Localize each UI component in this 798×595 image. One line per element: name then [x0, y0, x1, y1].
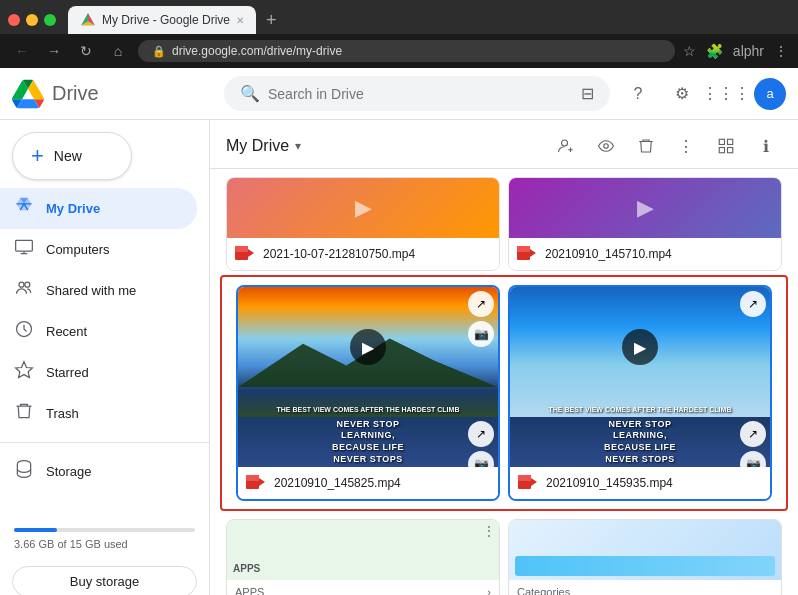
apps-button[interactable]: ⋮⋮⋮	[710, 78, 742, 110]
file-name-selected-2: 20210910_145935.mp4	[546, 476, 762, 490]
file-card-selected-2[interactable]: THE BEST VIEW COMES AFTER THE HARDEST CL…	[508, 285, 772, 501]
drive-logo: Drive	[12, 78, 212, 110]
camera-button-1b[interactable]: 📷	[468, 451, 494, 467]
new-tab-button[interactable]: +	[260, 10, 283, 31]
share-button-1b[interactable]: ↗	[468, 421, 494, 447]
storage-section: 3.66 GB of 15 GB used	[0, 514, 209, 558]
apps-label: APPS	[233, 563, 260, 574]
trash-icon	[14, 401, 34, 426]
shared-icon	[14, 278, 34, 303]
header-actions: ⋮ ℹ	[550, 130, 782, 162]
url-bar[interactable]: 🔒 drive.google.com/drive/my-drive	[138, 40, 675, 62]
file-info-selected-1: 20210910_145825.mp4	[238, 467, 498, 499]
extensions-icon[interactable]: 🧩	[706, 43, 723, 59]
progress-bar-visual	[515, 556, 775, 576]
svg-rect-11	[719, 139, 724, 144]
url-text: drive.google.com/drive/my-drive	[172, 44, 342, 58]
file-card-top-1[interactable]: ▶ 2021-10-07-212810750.mp4	[226, 177, 500, 271]
search-bar[interactable]: 🔍 ⊟	[224, 76, 610, 111]
sidebar-label-recent: Recent	[46, 324, 87, 339]
sidebar-label-shared: Shared with me	[46, 283, 136, 298]
file-card-bottom-1[interactable]: APPS ⋮ APPS ›	[226, 519, 500, 595]
view-toggle-button[interactable]	[710, 130, 742, 162]
lock-icon: 🔒	[152, 45, 166, 58]
thumb-action-share-1: ↗ 📷	[468, 291, 494, 347]
svg-rect-16	[235, 246, 248, 252]
menu-icon[interactable]: ⋮	[774, 43, 788, 59]
file-name-top-1: 2021-10-07-212810750.mp4	[263, 247, 491, 261]
file-name-top-2: 20210910_145710.mp4	[545, 247, 773, 261]
my-drive-dropdown[interactable]: ▾	[295, 139, 301, 153]
play-button-2[interactable]: ▶	[622, 329, 658, 365]
share-button-2b[interactable]: ↗	[740, 421, 766, 447]
content-area: My Drive ▾ ⋮ ℹ	[210, 120, 798, 595]
add-person-button[interactable]	[550, 130, 582, 162]
share-button-1[interactable]: ↗	[468, 291, 494, 317]
search-tune-icon[interactable]: ⊟	[581, 84, 594, 103]
file-card-top-2[interactable]: ▶ 20210910_145710.mp4	[508, 177, 782, 271]
settings-button[interactable]: ⚙	[666, 78, 698, 110]
info-button[interactable]: ℹ	[750, 130, 782, 162]
traffic-lights	[8, 14, 56, 26]
svg-point-5	[19, 282, 24, 287]
file-info-selected-2: 20210910_145935.mp4	[510, 467, 770, 499]
svg-rect-23	[246, 475, 259, 481]
tab-close-button[interactable]: ✕	[236, 15, 244, 26]
storage-icon	[14, 459, 34, 484]
play-button-1[interactable]: ▶	[350, 329, 386, 365]
preview-button[interactable]	[590, 130, 622, 162]
buy-storage-button[interactable]: Buy storage	[12, 566, 197, 595]
tab-bar: My Drive - Google Drive ✕ +	[0, 0, 798, 34]
share-button-2[interactable]: ↗	[740, 291, 766, 317]
new-button[interactable]: + New	[12, 132, 132, 180]
apps-more-button[interactable]: ⋮	[483, 524, 495, 538]
storage-bar-fill	[14, 528, 57, 532]
file-thumbnail-bottom-1: APPS ⋮	[227, 520, 499, 580]
camera-button-1[interactable]: 📷	[468, 321, 494, 347]
bottom-file-cards: APPS ⋮ APPS › Categories	[210, 519, 798, 595]
sidebar-label-my-drive: My Drive	[46, 201, 100, 216]
selected-files-grid: THE BEST VIEW COMES AFTER THE HARDEST CL…	[236, 281, 772, 505]
active-tab[interactable]: My Drive - Google Drive ✕	[68, 6, 256, 34]
svg-rect-14	[728, 148, 733, 153]
profile-avatar[interactable]: alphr	[733, 43, 764, 59]
back-button[interactable]: ←	[10, 43, 34, 59]
sidebar-item-trash[interactable]: Trash	[0, 393, 197, 434]
google-drive-app: Drive 🔍 ⊟ ? ⚙ ⋮⋮⋮ a + New My Drive	[0, 68, 798, 595]
top-file-cards: ▶ 2021-10-07-212810750.mp4 ▶ 20210910_14…	[210, 169, 798, 271]
sidebar-item-shared[interactable]: Shared with me	[0, 270, 197, 311]
search-input[interactable]	[268, 86, 573, 102]
help-button[interactable]: ?	[622, 78, 654, 110]
forward-button[interactable]: →	[42, 43, 66, 59]
home-button[interactable]: ⌂	[106, 43, 130, 59]
bookmark-icon[interactable]: ☆	[683, 43, 696, 59]
apps-bottom-bar: APPS ›	[227, 580, 499, 595]
file-card-bottom-2[interactable]: Categories	[508, 519, 782, 595]
address-bar-actions: ☆ 🧩 alphr ⋮	[683, 43, 788, 59]
minimize-window-button[interactable]	[26, 14, 38, 26]
video-text-overlay-2: NEVER STOPLEARNING,BECAUSE LIFENEVER STO…	[600, 417, 680, 467]
file-thumbnail-selected-1: THE BEST VIEW COMES AFTER THE HARDEST CL…	[238, 287, 498, 417]
sidebar-item-my-drive[interactable]: My Drive	[0, 188, 197, 229]
close-window-button[interactable]	[8, 14, 20, 26]
sidebar-label-trash: Trash	[46, 406, 79, 421]
camera-button-2b[interactable]: 📷	[740, 451, 766, 467]
video-file-icon-selected-2	[518, 475, 538, 491]
sidebar-item-recent[interactable]: Recent	[0, 311, 197, 352]
delete-button[interactable]	[630, 130, 662, 162]
svg-rect-12	[728, 139, 733, 144]
file-thumbnail-bottom-2	[509, 520, 781, 580]
more-options-button[interactable]: ⋮	[670, 130, 702, 162]
browser-frame: My Drive - Google Drive ✕ + ← → ↻ ⌂ 🔒 dr…	[0, 0, 798, 68]
sidebar-label-starred: Starred	[46, 365, 89, 380]
sidebar: + New My Drive Computers Shared with	[0, 120, 210, 595]
maximize-window-button[interactable]	[44, 14, 56, 26]
user-avatar[interactable]: a	[754, 78, 786, 110]
refresh-button[interactable]: ↻	[74, 43, 98, 59]
tab-favicon	[80, 12, 96, 28]
my-drive-icon	[14, 196, 34, 221]
sidebar-item-storage[interactable]: Storage	[0, 451, 197, 492]
sidebar-item-starred[interactable]: Starred	[0, 352, 197, 393]
sidebar-item-computers[interactable]: Computers	[0, 229, 197, 270]
file-card-selected-1[interactable]: THE BEST VIEW COMES AFTER THE HARDEST CL…	[236, 285, 500, 501]
